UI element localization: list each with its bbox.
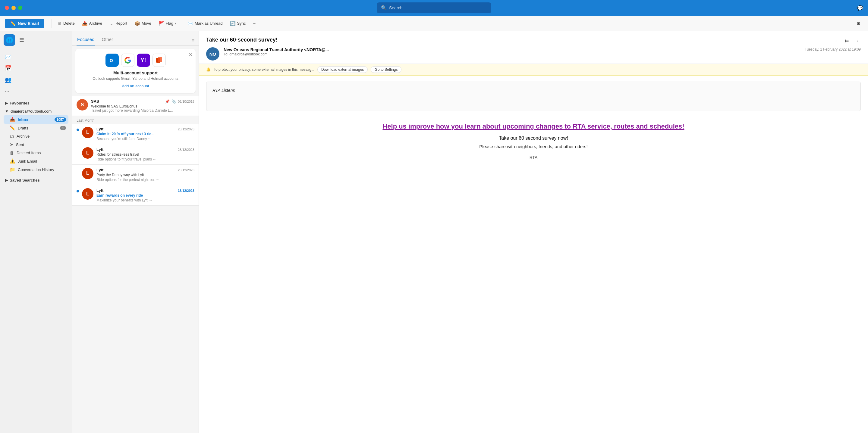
move-button[interactable]: 📦 Move — [131, 19, 154, 28]
drafts-icon: ✏️ — [10, 125, 16, 131]
email-sender: Lyft — [96, 188, 103, 193]
download-images-button[interactable]: Download external images — [317, 66, 368, 73]
reading-pane-button[interactable]: ⊞ — [854, 19, 863, 27]
email-list: ✕ O — [72, 46, 198, 433]
forward-button[interactable]: → — [852, 37, 861, 45]
avatar: L — [82, 188, 93, 200]
sidebar-item-deleted[interactable]: 🗑 Deleted Items — [4, 149, 68, 157]
sidebar-item-drafts[interactable]: ✏️ Drafts 1 — [4, 124, 68, 132]
sidebar-item-inbox[interactable]: 📥 Inbox 1057 — [4, 115, 68, 124]
tab-focused[interactable]: Focused — [76, 35, 95, 45]
flag-icon: 🚩 — [158, 21, 164, 26]
promo-close-button[interactable]: ✕ — [189, 52, 193, 58]
google-icon — [121, 54, 134, 67]
archive-button[interactable]: 📥 Archive — [79, 19, 105, 28]
sidebar: 🌐 ☰ ✉️ 📅 👥 ··· ▶ Favourites — [0, 31, 72, 433]
search-bar[interactable]: 🔍 Search — [377, 2, 491, 13]
date-section-label: Last Month — [72, 116, 198, 124]
avatar: L — [82, 127, 93, 138]
more-icon: ··· — [153, 157, 156, 161]
sidebar-nav-more[interactable]: ··· — [0, 86, 72, 97]
sidebar-account-section: ▼ dmaiorca@outlook.com 📥 Inbox 1057 ✏️ D… — [0, 107, 72, 174]
sender-to: To: dmaiorca@outlook.com — [224, 52, 801, 56]
promo-card: ✕ O — [75, 49, 195, 93]
email-item-lyft-1[interactable]: L Lyft 28/12/2023 Claim it: 20 % off you… — [72, 124, 198, 144]
email-item-lyft-4[interactable]: L Lyft 18/12/2023 Earn rewards on every … — [72, 185, 198, 206]
flag-chevron-icon: ▾ — [175, 22, 176, 25]
sidebar-item-sent[interactable]: ➤ Sent — [4, 140, 68, 149]
email-preview: Ride options to fit your travel plans ··… — [96, 157, 194, 161]
sync-button[interactable]: 🔄 Sync — [227, 19, 249, 28]
junk-icon: ⚠️ — [10, 158, 16, 164]
outlook-icon: O — [105, 54, 119, 67]
add-account-link[interactable]: Add an account — [80, 84, 191, 88]
mark-unread-button[interactable]: ✉️ Mark as Unread — [184, 19, 225, 28]
privacy-notice-text: To protect your privacy, some external i… — [214, 67, 314, 72]
email-subject: Rides for stress-less travel — [96, 153, 194, 157]
maximize-button[interactable] — [18, 6, 22, 10]
inbox-icon: 📥 — [10, 117, 16, 122]
viewer-date: Tuesday, 1 February 2022 at 19:09 — [805, 47, 861, 52]
email-item-lyft-3[interactable]: L Lyft 23/12/2023 Party the Danny way wi… — [72, 165, 198, 185]
email-item-lyft-2[interactable]: L Lyft 28/12/2023 Rides for stress-less … — [72, 144, 198, 165]
sidebar-nav-people[interactable]: 👥 — [0, 74, 72, 86]
email-sender: Lyft — [96, 168, 103, 172]
flag-button[interactable]: 🚩 Flag ▾ — [156, 19, 179, 28]
pin-icon: 📌 — [165, 99, 170, 104]
delete-button[interactable]: 🗑 Delete — [54, 19, 78, 28]
report-button[interactable]: 🛡 Report — [106, 19, 130, 28]
move-icon: 📦 — [134, 21, 140, 26]
calendar-icon: 📅 — [5, 65, 11, 72]
traffic-lights — [5, 6, 22, 10]
sidebar-item-conversation-history[interactable]: 📁 Conversation History — [4, 165, 68, 174]
people-icon: 👥 — [5, 76, 11, 83]
email-subject: Welcome to SAS EuroBonus — [91, 104, 194, 108]
email-body-rta-listens: RTA Listens — [206, 81, 861, 111]
compose-icon: ✏️ — [10, 21, 16, 26]
saved-searches-header[interactable]: ▶ Saved Searches — [4, 176, 68, 184]
favourites-header[interactable]: ▶ Favourites — [4, 99, 68, 107]
sender-avatar: NO — [206, 47, 219, 61]
close-button[interactable] — [5, 6, 9, 10]
tabs-filter-icon[interactable]: ≡ — [192, 38, 194, 43]
email-sender: Lyft — [96, 127, 103, 131]
reply-all-button[interactable]: ⇇ — [843, 37, 850, 45]
sidebar-nav-calendar[interactable]: 📅 — [0, 63, 72, 74]
avatar: S — [76, 99, 88, 110]
email-sender: Lyft — [96, 147, 103, 152]
email-item-sas[interactable]: S SAS 📌 📎 02/10/2018 Welcome to SAS Euro… — [72, 96, 198, 116]
sender-info: New Orleans Regional Transit Authority <… — [224, 47, 801, 56]
more-button[interactable]: ··· — [250, 19, 259, 27]
account-header[interactable]: ▼ dmaiorca@outlook.com — [4, 107, 68, 115]
toolbar-separator-2 — [182, 19, 182, 28]
email-viewer: Take our 60-second survey! ← ⇇ → NO New … — [199, 31, 868, 433]
sidebar-menu-button[interactable]: ☰ — [18, 36, 25, 44]
main-layout: 🌐 ☰ ✉️ 📅 👥 ··· ▶ Favourites — [0, 31, 868, 433]
minimize-button[interactable] — [11, 6, 16, 10]
mail-icon: ✉️ — [5, 54, 11, 60]
toolbar-right: ⊞ — [854, 19, 863, 27]
sidebar-nav-mail[interactable]: ✉️ — [0, 51, 72, 63]
sidebar-item-junk[interactable]: ⚠️ Junk Email — [4, 157, 68, 165]
go-to-settings-button[interactable]: Go to Settings — [371, 66, 401, 73]
email-meta: 📌 📎 02/10/2018 — [165, 99, 194, 104]
yahoo-icon: Y! — [137, 54, 150, 67]
tab-other[interactable]: Other — [101, 35, 114, 45]
new-email-button[interactable]: ✏️ New Email — [5, 19, 44, 28]
unread-dot — [76, 190, 79, 192]
chevron-right-icon: ▶ — [5, 101, 8, 105]
office-icon — [153, 54, 166, 67]
email-subject: Earn rewards on every ride — [96, 193, 194, 198]
reply-button[interactable]: ← — [833, 37, 841, 45]
titlebar: 🔍 Search 💬 — [0, 0, 868, 16]
email-preview: Ride options for the perfect night out ·… — [96, 177, 194, 182]
email-body-main: Help us improve how you learn about upco… — [206, 116, 861, 166]
toolbar: ✏️ New Email 🗑 Delete 📥 Archive 🛡 Report… — [0, 16, 868, 31]
more-icon: ··· — [156, 177, 159, 182]
email-date: 28/12/2023 — [178, 148, 194, 152]
unread-dot — [76, 129, 79, 131]
titlebar-notification-icon[interactable]: 💬 — [857, 5, 863, 11]
sidebar-item-archive[interactable]: 🗂 Archive — [4, 132, 68, 140]
more-icon: ··· — [149, 198, 152, 202]
attach-icon: 📎 — [172, 99, 176, 104]
